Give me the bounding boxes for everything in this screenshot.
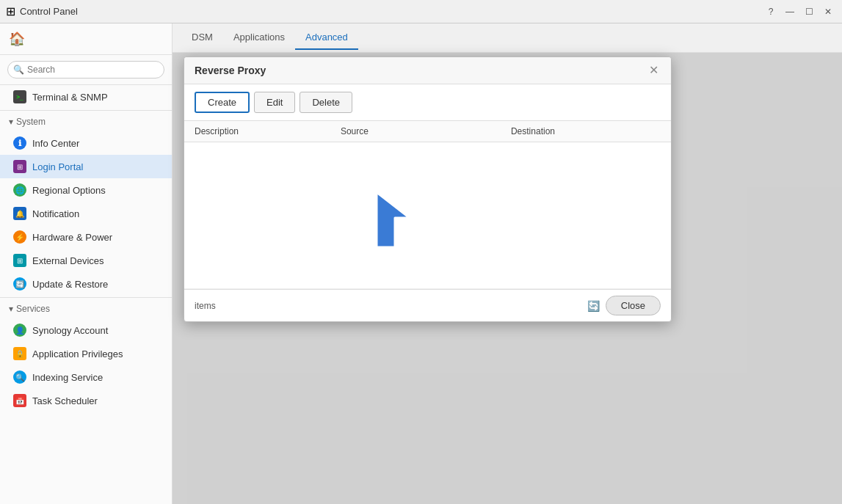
notification-icon: 🔔 [13,207,26,220]
col-header-description: Description [184,121,330,142]
titlebar: ⊞ Control Panel ? — ☐ ✕ [0,0,842,23]
system-label: System [16,117,46,127]
sidebar-item-update[interactable]: 🔄 Update & Restore [0,272,172,296]
modal-table: Description Source Destination [184,121,671,289]
sidebar-item-label: Indexing Service [32,372,103,383]
tab-applications[interactable]: Applications [223,26,295,50]
close-window-button[interactable]: ✕ [820,4,836,20]
sidebar-item-label: Info Center [32,138,79,149]
sidebar-item-label: Regional Options [32,185,106,196]
footer-items-label: items [195,301,216,311]
sidebar-item-label: Hardware & Power [32,232,112,243]
reverse-proxy-modal: Reverse Proxy ✕ Create Edit Delete [184,56,672,322]
system-section-header[interactable]: ▾ System [0,112,172,131]
table-empty-row [184,142,671,289]
content-area: DSM Applications Advanced Reverse Proxy … [173,23,842,504]
minimize-button[interactable]: — [782,4,798,20]
sidebar-item-indexing[interactable]: 🔍 Indexing Service [0,365,172,389]
sidebar-item-label: Notification [32,208,79,219]
sidebar-item-synology-account[interactable]: 👤 Synology Account [0,318,172,342]
synology-account-icon: 👤 [13,324,26,337]
sidebar-item-label: External Devices [32,255,104,266]
hardware-icon: ⚡ [13,230,26,244]
modal-header: Reverse Proxy ✕ [184,57,671,84]
maximize-button[interactable]: ☐ [801,4,817,20]
col-header-source: Source [330,121,501,142]
sidebar-item-login-portal[interactable]: ⊞ Login Portal [0,155,172,178]
tabbar: DSM Applications Advanced [173,23,842,53]
services-section-header[interactable]: ▾ Services [0,299,172,318]
modal-toolbar: Create Edit Delete [184,84,671,121]
indexing-icon: 🔍 [13,370,26,384]
app-privileges-icon: 🔒 [13,347,26,360]
external-icon: ⊞ [13,254,26,267]
search-icon: 🔍 [13,65,24,75]
home-icon: 🏠 [9,31,25,47]
sidebar-item-hardware[interactable]: ⚡ Hardware & Power [0,225,172,249]
sidebar-item-label: Synology Account [32,325,108,336]
help-button[interactable]: ? [763,4,779,20]
create-button[interactable]: Create [195,92,250,113]
sidebar-item-external[interactable]: ⊞ External Devices [0,249,172,272]
sidebar-item-label: Login Portal [32,161,83,172]
content-body: Reverse Proxy Reverse Proxy allows acces… [173,53,842,504]
services-label: Services [16,304,50,314]
edit-button[interactable]: Edit [254,92,295,113]
login-portal-icon: ⊞ [13,160,26,173]
modal-overlay: Reverse Proxy ✕ Create Edit Delete [173,53,842,504]
collapse-icon: ▾ [9,304,13,314]
modal-footer: items 🔄 Close [184,289,671,321]
refresh-button[interactable]: 🔄 [587,300,600,312]
sidebar-search-area: 🔍 [0,55,172,85]
sidebar: 🏠 🔍 >_ Terminal & SNMP ▾ System ℹ Info C… [0,23,173,504]
sidebar-item-notification[interactable]: 🔔 Notification [0,202,172,225]
sidebar-item-label: Task Scheduler [32,395,98,406]
sidebar-item-label: Application Privileges [32,348,123,359]
sidebar-item-label: Update & Restore [32,279,108,290]
tab-advanced[interactable]: Advanced [295,26,358,50]
search-input[interactable] [7,61,164,78]
delete-button[interactable]: Delete [300,92,352,113]
sidebar-home-button[interactable]: 🏠 [0,23,172,55]
sidebar-item-label: Terminal & SNMP [32,92,108,103]
terminal-icon: >_ [13,90,26,103]
sidebar-item-app-privileges[interactable]: 🔒 Application Privileges [0,342,172,365]
regional-icon: 🌐 [13,183,26,197]
close-button[interactable]: Close [606,296,661,315]
task-scheduler-icon: 📅 [13,394,26,407]
sidebar-item-regional[interactable]: 🌐 Regional Options [0,178,172,202]
sidebar-item-terminal[interactable]: >_ Terminal & SNMP [0,85,172,109]
sidebar-item-task-scheduler[interactable]: 📅 Task Scheduler [0,389,172,412]
modal-title: Reverse Proxy [195,65,266,76]
modal-close-button[interactable]: ✕ [646,63,661,78]
info-center-icon: ℹ [13,136,26,150]
update-icon: 🔄 [13,277,26,291]
tab-dsm[interactable]: DSM [181,26,223,50]
app-title: Control Panel [20,6,78,17]
app-icon: ⊞ [6,4,15,18]
sidebar-item-info-center[interactable]: ℹ Info Center [0,131,172,155]
collapse-icon: ▾ [9,117,13,127]
col-header-destination: Destination [501,121,671,142]
